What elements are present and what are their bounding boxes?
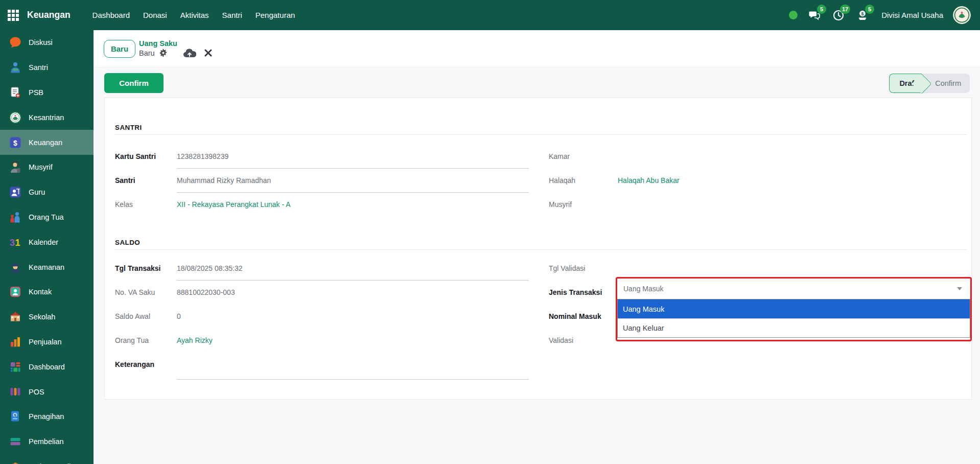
sidebar-item-orang-tua[interactable]: Orang Tua bbox=[0, 205, 94, 230]
sidebar-item-sekolah[interactable]: Sekolah bbox=[0, 305, 94, 330]
field-value[interactable]: XII - Rekayasa Perangkat Lunak - A bbox=[177, 199, 529, 210]
sidebar-item-musyrif[interactable]: Musyrif bbox=[0, 155, 94, 180]
field-value[interactable]: 0 bbox=[177, 311, 529, 321]
apps-grid-icon[interactable] bbox=[7, 9, 19, 21]
sidebar-item-label: Penjualan bbox=[29, 338, 62, 346]
nav-menu-donasi[interactable]: Donasi bbox=[136, 0, 174, 30]
sidebar-item-keamanan[interactable]: Keamanan bbox=[0, 254, 94, 280]
field-value[interactable] bbox=[618, 263, 967, 273]
field-kartu-santri: Kartu Santri1238281398239 bbox=[115, 151, 529, 175]
new-record-button[interactable]: Baru bbox=[104, 40, 135, 58]
group-right-column: Tgl ValidasiJenis TransaksiUang MasukUan… bbox=[549, 263, 967, 383]
nav-menu: DashboardDonasiAktivitasSantriPengaturan bbox=[86, 0, 302, 30]
sidebar-item-kesantrian[interactable]: Kesantrian bbox=[0, 105, 94, 130]
sidebar-item-label: Guru bbox=[29, 188, 45, 196]
sidebar-item-label: Musyrif bbox=[29, 163, 53, 171]
dropdown-option-uang-keluar[interactable]: Uang Keluar bbox=[618, 318, 970, 337]
control-panel: Baru Uang Saku Baru bbox=[94, 30, 980, 67]
sidebar-item-kontak[interactable]: Kontak bbox=[0, 280, 94, 305]
field-group: Tgl Transaksi18/08/2025 08:35:32No. VA S… bbox=[115, 263, 967, 383]
status-stepper: Draft Confirm bbox=[889, 74, 970, 93]
top-navbar: Keuangan DashboardDonasiAktivitasSantriP… bbox=[0, 0, 980, 30]
field-value[interactable]: 88810022030-003 bbox=[177, 287, 529, 297]
nav-menu-aktivitas[interactable]: Aktivitas bbox=[174, 0, 216, 30]
santri-icon bbox=[9, 61, 22, 74]
nav-menu-pengaturan[interactable]: Pengaturan bbox=[249, 0, 302, 30]
sidebar-item-label: Pembelian bbox=[29, 437, 64, 446]
field-kelas: KelasXII - Rekayasa Perangkat Lunak - A bbox=[115, 199, 529, 223]
sidebar-item-label: POS bbox=[29, 388, 44, 396]
sidebar-item-label: Keamanan bbox=[29, 263, 64, 271]
sidebar-item-penjualan[interactable]: Penjualan bbox=[0, 330, 94, 355]
record-link-xii-rekayasa-perangkat-lunak-a[interactable]: XII - Rekayasa Perangkat Lunak - A bbox=[177, 200, 291, 208]
messages-icon[interactable]: 5 bbox=[807, 8, 822, 22]
field-value[interactable]: Muhammad Rizky Ramadhan bbox=[177, 175, 529, 193]
field-keterangan: Keterangan bbox=[115, 359, 529, 383]
sidebar-item-stok-persediaan[interactable]: Stok Persediaan bbox=[0, 454, 94, 464]
sidebar-item-penagihan[interactable]: $Penagihan bbox=[0, 404, 94, 429]
field-musyrif: Musyrif bbox=[549, 199, 967, 223]
user-avatar[interactable] bbox=[953, 6, 971, 24]
field-label: No. VA Saku bbox=[115, 287, 177, 297]
sidebar-item-label: Kesantrian bbox=[29, 113, 64, 122]
user-menu[interactable]: Divisi Amal Usaha bbox=[881, 11, 943, 19]
field-santri: SantriMuhammad Rizky Ramadhan bbox=[115, 175, 529, 199]
nav-menu-santri[interactable]: Santri bbox=[216, 0, 249, 30]
breadcrumb-model[interactable]: Uang Saku bbox=[139, 39, 212, 48]
psb-icon bbox=[9, 86, 22, 99]
field-label: Kamar bbox=[549, 151, 618, 161]
field-label: Santri bbox=[115, 175, 177, 185]
activities-clock-icon[interactable]: 17 bbox=[831, 8, 846, 22]
record-link-ayah-rizky[interactable]: Ayah Rizky bbox=[177, 336, 213, 344]
musyrif-icon bbox=[9, 160, 22, 174]
status-step-draft[interactable]: Draft bbox=[889, 74, 922, 93]
sidebar-item-diskusi[interactable]: Diskusi bbox=[0, 30, 94, 55]
jenis-transaksi-select[interactable]: Uang Masuk bbox=[617, 279, 970, 299]
sidebar-item-label: Orang Tua bbox=[29, 213, 64, 221]
sidebar-item-label: Diskusi bbox=[29, 38, 53, 47]
app-title[interactable]: Keuangan bbox=[27, 10, 71, 20]
field-value[interactable] bbox=[177, 359, 529, 380]
wallet-icon[interactable]: $ 5 bbox=[855, 8, 870, 22]
sidebar-item-kalender[interactable]: 31Kalender bbox=[0, 229, 94, 254]
messages-badge: 5 bbox=[817, 5, 826, 14]
sidebar-item-pos[interactable]: POS bbox=[0, 379, 94, 404]
sidebar-item-dashboard[interactable]: Dashboard bbox=[0, 354, 94, 379]
field-value[interactable]: 18/08/2025 08:35:32 bbox=[177, 263, 529, 281]
field-orang-tua: Orang TuaAyah Rizky bbox=[115, 335, 529, 359]
sidebar-item-santri[interactable]: Santri bbox=[0, 55, 94, 80]
field-label: Validasi bbox=[549, 335, 618, 345]
sidebar-item-pembelian[interactable]: Pembelian bbox=[0, 429, 94, 454]
field-value[interactable]: 1238281398239 bbox=[177, 151, 529, 169]
field-value[interactable]: Halaqah Abu Bakar bbox=[618, 175, 967, 185]
main-area: Baru Uang Saku Baru Confirm Draft bbox=[94, 30, 980, 464]
kalender-icon: 31 bbox=[9, 236, 22, 249]
sidebar-item-keuangan[interactable]: $Keuangan bbox=[0, 130, 94, 155]
select-current-value: Uang Masuk bbox=[623, 284, 957, 294]
penagihan-icon: $ bbox=[9, 410, 22, 423]
field-jenis-transaksi: Jenis TransaksiUang MasukUang MasukUang … bbox=[549, 287, 967, 311]
field-value[interactable] bbox=[618, 199, 967, 210]
breadcrumb-record: Baru bbox=[139, 49, 155, 57]
sidebar-item-guru[interactable]: Guru bbox=[0, 180, 94, 205]
stok-persediaan-icon bbox=[9, 460, 22, 464]
sidebar-item-psb[interactable]: PSB bbox=[0, 80, 94, 105]
field-kamar: Kamar bbox=[549, 151, 967, 175]
confirm-button[interactable]: Confirm bbox=[104, 73, 164, 93]
jenis-transaksi-select-area: Uang MasukUang MasukUang Keluar bbox=[618, 287, 967, 297]
chevron-down-icon bbox=[957, 287, 962, 290]
record-link-halaqah-abu-bakar[interactable]: Halaqah Abu Bakar bbox=[618, 176, 680, 184]
field-value[interactable] bbox=[618, 151, 967, 161]
field-value[interactable]: Ayah Rizky bbox=[177, 335, 529, 345]
field-label: Orang Tua bbox=[115, 335, 177, 345]
navbar-right: 5 17 $ 5 Divisi Amal Usaha bbox=[789, 6, 973, 24]
save-cloud-icon[interactable] bbox=[183, 48, 196, 58]
presence-dot-icon bbox=[789, 11, 798, 19]
nav-menu-dashboard[interactable]: Dashboard bbox=[86, 0, 136, 30]
action-row: Confirm Draft Confirm bbox=[94, 67, 980, 93]
dropdown-option-uang-masuk[interactable]: Uang Masuk bbox=[618, 299, 970, 318]
orang-tua-icon bbox=[9, 211, 22, 224]
sidebar-item-label: Keuangan bbox=[29, 138, 62, 147]
discard-x-icon[interactable] bbox=[204, 49, 212, 57]
gear-icon[interactable] bbox=[159, 49, 168, 57]
